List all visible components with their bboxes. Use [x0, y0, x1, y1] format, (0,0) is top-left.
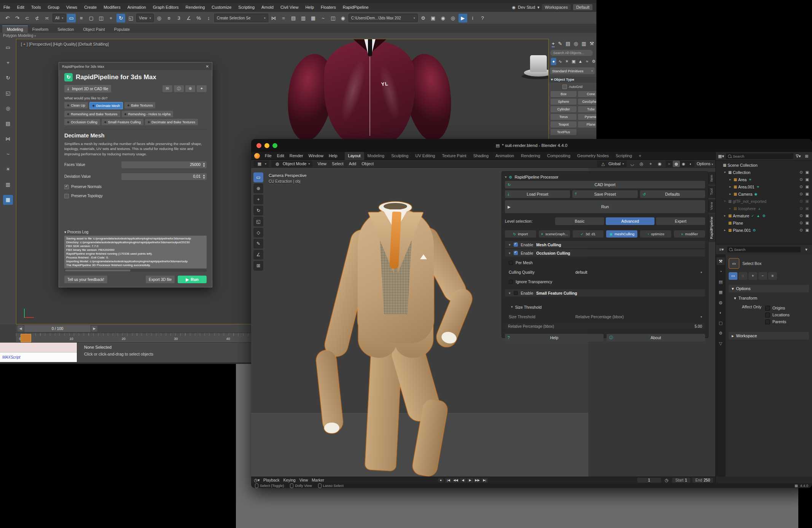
mode-button[interactable]: ◆Remeshing and Bake Textures: [64, 111, 120, 117]
object-name[interactable]: Plane: [733, 221, 743, 225]
render-iterative-icon[interactable]: ◎: [449, 14, 457, 22]
menu-item[interactable]: Animation: [124, 3, 150, 11]
object-name[interactable]: Area: [738, 177, 747, 182]
object-name[interactable]: Area.001: [738, 185, 755, 189]
subtract-icon[interactable]: −: [758, 272, 767, 280]
viewport-label[interactable]: [ + ] [Perspective] [High Quality] [Defa…: [21, 42, 109, 46]
defaults-button[interactable]: ↺Defaults: [640, 190, 705, 198]
scene-tab-icon[interactable]: ◍: [716, 298, 725, 306]
extend-icon[interactable]: +: [748, 272, 757, 280]
wireframe-shading-icon[interactable]: ○: [666, 161, 673, 167]
workspace-tab[interactable]: Animation: [492, 152, 517, 160]
primitive-button[interactable]: Tube: [578, 106, 596, 112]
properties-options-icon[interactable]: ▾: [803, 247, 810, 252]
menu-item[interactable]: File: [262, 153, 274, 158]
transform-orientation-dropdown[interactable]: △Global▾: [597, 161, 627, 167]
polygon-modeling-label[interactable]: Polygon Modeling: [3, 33, 33, 38]
listener-pane[interactable]: MAXScript: [0, 353, 77, 362]
primitive-button[interactable]: Sphere: [551, 99, 576, 105]
prev-frame-button[interactable]: ◀: [18, 325, 24, 332]
output-tab-icon[interactable]: ▤: [716, 278, 725, 286]
lights-cat-icon[interactable]: ☀: [564, 58, 570, 65]
select-and-manipulate-icon[interactable]: ¤: [165, 14, 174, 22]
load-preset-button[interactable]: ⤓Load Preset: [505, 190, 570, 198]
shapes-cat-icon[interactable]: ∿: [558, 58, 563, 65]
occlusion-culling-header[interactable]: Occlusion Culling: [536, 251, 570, 255]
workspace-tab[interactable]: Compositing: [544, 152, 574, 160]
sidebar-tab[interactable]: Item: [709, 172, 715, 185]
feedback-chat-icon[interactable]: ✉: [162, 85, 172, 92]
menu-item[interactable]: RapidPipeline: [339, 3, 372, 11]
schematic-view-icon[interactable]: ◫: [329, 14, 338, 22]
workspace-tab[interactable]: Modeling: [364, 152, 388, 160]
viewlayer-tab-icon[interactable]: ▦: [716, 288, 725, 296]
ribbon-expand-icon[interactable]: ▾: [34, 34, 36, 38]
geometry-cat-icon[interactable]: ●: [551, 58, 556, 65]
ribbon-tab[interactable]: Selection: [53, 26, 78, 33]
auto-keyframe-button[interactable]: ●: [438, 478, 444, 483]
jump-to-start-button[interactable]: |◀: [445, 478, 452, 483]
rendered-frame-window-icon[interactable]: ▣: [429, 14, 438, 22]
current-frame-field[interactable]: 1: [637, 478, 661, 483]
proportional-edit-icon[interactable]: ◎: [638, 161, 645, 166]
solid-shading-icon[interactable]: ◍: [673, 161, 680, 167]
outliner-row[interactable]: ▦ Plane ⊙ ▣: [716, 219, 812, 227]
autogrid-checkbox[interactable]: [562, 85, 567, 89]
add-cube-tool[interactable]: ⊞: [253, 261, 263, 271]
properties-editor-icon[interactable]: ≡▾: [718, 247, 725, 252]
frame-start-field[interactable]: Start1: [672, 478, 690, 483]
outliner-row[interactable]: ▾ ▦ glTF_not_exported ⊙ ▣: [716, 198, 812, 205]
settings-tab[interactable]: ▣meshCulling: [606, 230, 637, 238]
snap-magnet-icon[interactable]: ◡: [629, 161, 636, 166]
show-gizmo-icon[interactable]: +: [647, 161, 654, 166]
outliner-row[interactable]: ▸ ▦ Area ⊙ ▣: [716, 176, 812, 183]
workspace-panel-header[interactable]: ▸ Workspace: [729, 332, 809, 340]
cameras-cat-icon[interactable]: ▣: [571, 58, 576, 65]
scale-tool[interactable]: ◱: [253, 217, 263, 227]
layers-icon[interactable]: ▤: [3, 119, 13, 129]
blender-titlebar[interactable]: ▤ * suit-render.blend - Blender 4.4.0: [251, 139, 812, 152]
motion-tab-ic[interactable]: ◎: [574, 41, 578, 47]
object-name[interactable]: Plane.001: [733, 228, 751, 233]
object-name[interactable]: Scene Collection: [728, 163, 758, 167]
modify-tab-ic[interactable]: ✎: [558, 41, 562, 47]
options-panel-header[interactable]: ▾ Options: [729, 285, 809, 292]
viewport-options-dropdown[interactable]: Options ▾: [697, 161, 713, 166]
overlays-icon[interactable]: ◉: [656, 161, 663, 166]
properties-search-input[interactable]: [727, 247, 801, 252]
preserve-topology-checkbox[interactable]: [64, 194, 69, 198]
disable-in-render-icon[interactable]: ▣: [806, 192, 809, 196]
selection-filter-dropdown[interactable]: All▾: [53, 14, 66, 22]
menu-item[interactable]: Create: [81, 3, 100, 11]
website-icon[interactable]: ⊕: [185, 85, 195, 92]
frame-range-field[interactable]: [24, 325, 91, 332]
timeline-menu-item[interactable]: Marker: [312, 478, 324, 482]
save-preset-button[interactable]: ⤒Save Preset: [572, 190, 637, 198]
outliner-row[interactable]: ▸ ▦ Camera ⊙ ▣: [716, 190, 812, 198]
select-and-link-icon[interactable]: ⊂: [23, 14, 32, 22]
export-3d-file-button[interactable]: Export 3D file: [146, 276, 175, 283]
primitive-button[interactable]: Cylinder: [551, 106, 576, 112]
mode-button[interactable]: ◆Small Feature Culling: [102, 119, 143, 125]
affect-only-checkbox[interactable]: [765, 319, 770, 324]
annotate-tool[interactable]: ✎: [253, 239, 263, 249]
ribbon-tab[interactable]: Freeform: [28, 26, 53, 33]
viewport-menu-item[interactable]: Object: [359, 161, 376, 166]
size-threshold-header[interactable]: Size Threshold: [515, 305, 542, 309]
hide-in-viewport-icon[interactable]: ⊙: [799, 177, 802, 182]
log-scrollbar[interactable]: [64, 269, 207, 272]
rendered-shading-icon[interactable]: ◐: [687, 161, 694, 167]
outliner-display-mode-icon[interactable]: ▦▾: [718, 154, 724, 159]
outliner-row[interactable]: ▸ ▦ Area.001 ⊙ ▣: [716, 183, 812, 190]
viewport-menu-item[interactable]: View: [315, 161, 329, 166]
move-tool-icon[interactable]: +: [3, 58, 13, 68]
disable-in-render-icon[interactable]: ▣: [806, 214, 809, 218]
sidebar-tab[interactable]: Tool: [709, 185, 715, 198]
object-type-rollout[interactable]: ▾ Object Type: [549, 77, 596, 83]
import-file-button[interactable]: ⤓ Import 3D or CAD file: [64, 85, 111, 93]
level-button[interactable]: Basic: [555, 217, 604, 225]
ribbon-tab[interactable]: Object Paint: [78, 26, 109, 33]
cursor-tool[interactable]: ⊕: [253, 183, 263, 193]
settings-tab[interactable]: ◔optimize: [640, 230, 671, 238]
prev-keyframe-button[interactable]: ◀◀: [452, 478, 459, 483]
